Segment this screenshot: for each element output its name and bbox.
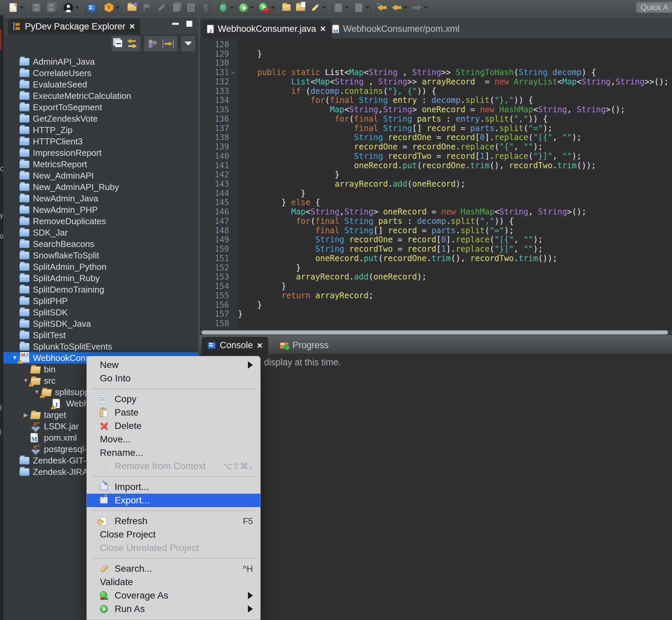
user-account-icon[interactable] <box>63 3 73 13</box>
collapse-all-icon[interactable] <box>115 40 122 47</box>
tree-item-splitsdk[interactable]: SplitSDK <box>3 307 198 318</box>
chevron-down-icon[interactable] <box>230 6 234 9</box>
tree-item-splittest[interactable]: SplitTest <box>3 329 198 341</box>
paste-board-icon[interactable] <box>295 3 305 13</box>
marker-pen-icon[interactable] <box>310 3 320 13</box>
menu-item-run-as[interactable]: Run As <box>87 602 260 616</box>
tree-item-label: SplitAdmin_Ruby <box>33 272 100 284</box>
menu-item-new[interactable]: New <box>87 358 260 372</box>
terminal-console-icon[interactable] <box>87 3 97 13</box>
tree-item-removeduplicates[interactable]: RemoveDuplicates <box>3 215 198 227</box>
tree-item-http-zip[interactable]: HTTP_Zip <box>3 124 198 136</box>
horizontal-scrollbar[interactable] <box>200 330 672 335</box>
export-icon <box>100 497 108 504</box>
code-line: 151 oneRecord.put(recordOne.trim(), reco… <box>200 254 672 263</box>
tree-item-splitsdk-java[interactable]: SplitSDK_Java <box>3 318 198 329</box>
scrollbar-thumb[interactable] <box>202 330 668 334</box>
menu-item-search-[interactable]: Search...^H <box>87 562 260 575</box>
view-menu-icon[interactable] <box>184 42 192 46</box>
tree-item-getzendeskvote[interactable]: GetZendeskVote <box>3 113 198 124</box>
closed-project-folder-icon <box>19 205 30 214</box>
tree-item-splitphp[interactable]: SplitPHP <box>3 295 198 307</box>
collapse-caret-icon[interactable]: ▼ <box>33 389 41 396</box>
tree-item-new-adminapi-ruby[interactable]: New_AdminAPI_Ruby <box>3 181 198 193</box>
menu-item-close-project[interactable]: Close Project <box>87 528 260 541</box>
menu-item-paste[interactable]: Paste <box>87 406 260 419</box>
tree-item-metricsreport[interactable]: MetricsReport <box>3 158 198 170</box>
tree-item-executemetriccalculation[interactable]: ExecuteMetricCalculation <box>3 90 198 102</box>
menu-item-copy[interactable]: Copy <box>87 393 260 406</box>
chevron-down-icon[interactable] <box>322 6 326 9</box>
profile-icon[interactable] <box>259 3 269 13</box>
focus-task-icon[interactable] <box>148 39 158 48</box>
chevron-down-icon[interactable] <box>20 6 24 9</box>
tree-item-sdk-jar[interactable]: SDK_Jar <box>3 227 198 238</box>
menu-shortcut: ⌥⇧⌘↓ <box>222 461 253 471</box>
tree-item-snowflaketosplit[interactable]: SnowflakeToSplit <box>3 250 198 261</box>
tree-item-correlateusers[interactable]: CorrelateUsers <box>3 67 198 79</box>
tree-item-searchbeacons[interactable]: SearchBeacons <box>3 238 198 250</box>
tree-item-impressionreport[interactable]: ImpressionReport <box>3 147 198 158</box>
chevron-down-icon[interactable] <box>403 6 407 9</box>
menu-item-import-[interactable]: Import... <box>87 480 260 494</box>
menu-item-label: Close Unrelated Project <box>100 542 253 553</box>
quick-access-box[interactable]: Quick A <box>636 2 672 13</box>
tree-item-newadmin-java[interactable]: NewAdmin_Java <box>3 193 198 204</box>
code-viewport[interactable]: 128129 }130131 public static List<Map<St… <box>200 38 672 330</box>
maximize-icon[interactable] <box>186 21 192 27</box>
back-home-icon[interactable]: ✳ <box>377 3 387 13</box>
close-view-icon[interactable]: × <box>129 22 135 31</box>
menu-item-coverage-as[interactable]: Coverage As <box>87 589 260 602</box>
menu-item-go-into[interactable]: Go Into <box>87 372 260 385</box>
editor-tab-webhookconsumer-pom-xml[interactable]: MWebhookConsumer/pom.xml <box>326 19 466 38</box>
chevron-down-icon[interactable] <box>116 6 120 9</box>
back-icon[interactable] <box>392 3 402 13</box>
collapse-caret-icon[interactable]: ▼ <box>11 355 19 361</box>
console-tab-progress[interactable]: Progress <box>274 337 335 354</box>
debug-icon[interactable] <box>218 3 228 13</box>
open-folder-icon[interactable] <box>282 3 291 13</box>
editor-tab-webhookconsumer-java[interactable]: JWebhookConsumer.java× <box>201 19 332 38</box>
minimize-icon[interactable] <box>172 23 179 25</box>
tree-item-adminapi-java[interactable]: AdminAPI_Java <box>3 56 198 67</box>
clean-pen-icon <box>157 3 167 13</box>
new-wizard-icon[interactable] <box>8 3 18 13</box>
fold-marker-icon[interactable] <box>231 70 235 75</box>
tab-pydev-package-explorer[interactable]: PyDev Package Explorer × <box>8 19 141 34</box>
tree-item-splitadmin-ruby[interactable]: SplitAdmin_Ruby <box>3 272 198 284</box>
menu-item-move-[interactable]: Move... <box>87 433 260 446</box>
chevron-down-icon[interactable] <box>366 6 370 9</box>
menu-item-refresh[interactable]: RefreshF5 <box>87 514 260 528</box>
menu-item-rename-[interactable]: Rename... <box>87 446 260 460</box>
menu-item-label: New <box>100 360 248 370</box>
menu-item-validate[interactable]: Validate <box>87 575 260 589</box>
console-tab-console[interactable]: Console× <box>202 337 268 354</box>
code-lines: 128129 }130131 public static List<Map<St… <box>200 40 672 328</box>
tree-item-splitdemotraining[interactable]: SplitDemoTraining <box>3 284 198 295</box>
chevron-down-icon[interactable] <box>424 6 428 9</box>
tree-item-httpclient3[interactable]: HTTPClient3 <box>3 136 198 147</box>
collapse-caret-icon[interactable]: ▼ <box>22 377 30 384</box>
copy-icon <box>100 396 106 403</box>
menu-item-delete[interactable]: Delete <box>87 419 260 433</box>
run-icon[interactable] <box>238 3 248 13</box>
chevron-down-icon[interactable] <box>271 6 275 9</box>
close-tab-icon[interactable]: × <box>257 341 262 350</box>
expand-caret-icon[interactable]: ▶ <box>22 412 30 419</box>
tree-item-exporttosegment[interactable]: ExportToSegment <box>3 102 198 113</box>
close-tab-icon[interactable]: × <box>320 24 326 34</box>
line-number: 157 <box>200 310 229 319</box>
chevron-down-icon[interactable] <box>75 6 79 9</box>
codetogether-icon[interactable] <box>104 3 114 13</box>
tree-item-newadmin-php[interactable]: NewAdmin_PHP <box>3 204 198 215</box>
link-with-editor-icon[interactable] <box>127 39 137 48</box>
link-arrow-icon[interactable] <box>163 39 174 48</box>
tree-item-splitadmin-python[interactable]: SplitAdmin_Python <box>3 261 198 272</box>
tree-item-evaluateseed[interactable]: EvaluateSeed <box>3 79 198 90</box>
chevron-down-icon[interactable] <box>250 6 254 9</box>
menu-item-export-[interactable]: Export... <box>87 494 260 507</box>
tree-item-new-adminapi[interactable]: New_AdminAPI <box>3 170 198 181</box>
open-resource-icon[interactable] <box>127 3 137 13</box>
chevron-down-icon[interactable] <box>345 6 349 9</box>
tree-item-splunktosplitevents[interactable]: SplunkToSplitEvents <box>3 341 198 352</box>
